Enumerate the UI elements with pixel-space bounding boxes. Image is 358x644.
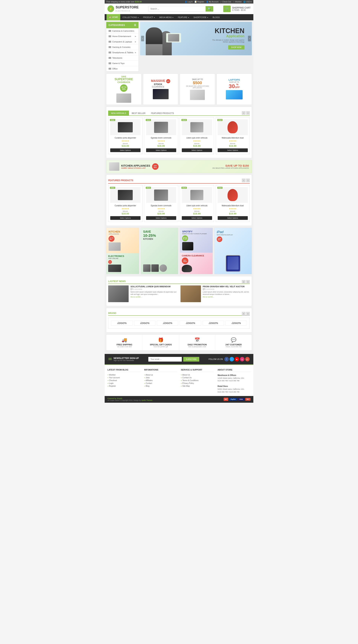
- ad-save-kitchen[interactable]: SAVE 10-25% KITCHEN: [141, 228, 178, 274]
- my-account-link[interactable]: 👤 My Account: [206, 1, 218, 3]
- brand-logo-3[interactable]: ℒOGO%: [157, 320, 178, 326]
- hero-prev-button[interactable]: ‹: [141, 36, 144, 41]
- sidebar-item-home-entertainment[interactable]: Home Entertainment ▶: [106, 34, 139, 39]
- sidebar-item-televisions[interactable]: Televisions: [106, 55, 139, 61]
- footer-contact[interactable]: Contact: [144, 382, 177, 384]
- cart-icon[interactable]: 🛒: [223, 6, 231, 12]
- promo-laptops[interactable]: LAPTOPS SAVE UP TO 30 %OFF: [216, 74, 252, 105]
- googleplus-icon[interactable]: g+: [245, 357, 250, 362]
- nav-product[interactable]: PRODUCT: [141, 14, 157, 20]
- hero-next-button[interactable]: ›: [248, 36, 251, 41]
- powered-by-link[interactable]: Powered by Shopify: [107, 398, 122, 399]
- footer-link-checkout[interactable]: Checkout: [107, 380, 141, 382]
- sidebar-item-smartphones[interactable]: Smartphones & Tablets ▶: [106, 50, 139, 55]
- featured-prev[interactable]: ‹: [242, 178, 246, 182]
- read-more-1[interactable]: READ MORE...: [131, 296, 142, 298]
- checkout-link[interactable]: ✓ Check Out: [220, 1, 231, 3]
- products-next[interactable]: ›: [246, 111, 250, 115]
- sidebar-item-office[interactable]: Office: [106, 66, 139, 72]
- sidebar-item-computers[interactable]: Computers & Laptops ▶: [106, 39, 139, 44]
- facebook-icon[interactable]: f: [224, 357, 229, 362]
- brand-logo-1[interactable]: ℒOGO%: [111, 320, 133, 326]
- apollo-link[interactable]: Apollo Themes: [141, 399, 153, 401]
- nav-blogs[interactable]: BLOGS: [210, 14, 222, 20]
- brand-logo-6[interactable]: ℒOGO%: [225, 320, 247, 326]
- tab-best-seller[interactable]: BEST SELLER: [129, 110, 148, 116]
- tab-featured-products[interactable]: FEATURED PRODUCTS: [148, 110, 177, 116]
- products-prev[interactable]: ‹: [242, 111, 246, 115]
- news-next[interactable]: ›: [246, 280, 250, 284]
- search-button[interactable]: 🔍: [205, 6, 213, 12]
- select-btn-f3[interactable]: Select Options: [182, 216, 212, 220]
- footer-privacy[interactable]: Privacy Policy: [181, 382, 214, 384]
- youtube-icon[interactable]: ▶: [235, 357, 239, 362]
- footer-affiliates[interactable]: Affiliates: [144, 380, 177, 382]
- brand-next[interactable]: ›: [246, 312, 250, 316]
- brand-logo-5[interactable]: ℒOGO%: [203, 320, 224, 326]
- footer-terms[interactable]: Terms & Conditions: [181, 380, 214, 382]
- promo-cashback[interactable]: SAVE SUPERTORE CASHBACK UP TO50%: [106, 74, 142, 105]
- select-btn-f4[interactable]: Select Options: [218, 216, 248, 220]
- footer-link-register[interactable]: Register: [107, 385, 141, 387]
- promo-save500[interactable]: SAVE UP TO $500 ON SELECTED LARGE KITCHE…: [180, 74, 215, 105]
- select-btn-f1[interactable]: Select Options: [110, 216, 141, 220]
- footer-about-us[interactable]: About us: [144, 374, 177, 376]
- footer-link-wishlist[interactable]: Wishlist: [107, 374, 141, 376]
- nav-home[interactable]: 🏠 HOME: [107, 14, 120, 20]
- promo-stock[interactable]: MASSIVE STOCK CLEARANCE HOT: [143, 74, 178, 105]
- footer-link-account[interactable]: Your account: [107, 377, 141, 379]
- footer-bottom: Powered by Shopify AP Super Store © Copy…: [105, 396, 253, 403]
- sidebar-item-games[interactable]: Game & Toys: [106, 61, 139, 66]
- select-options-3[interactable]: Select Options: [182, 148, 212, 152]
- ad-spotify[interactable]: SPOTIFY WHEN YOU BUY SONOS PLAYBAR UP TO…: [180, 228, 213, 253]
- tab-new-arrivals[interactable]: NEW ARRIVALS: [108, 110, 129, 116]
- nav-shortcode[interactable]: SHORTCODE: [191, 14, 210, 20]
- nav-collections[interactable]: COLLECTIONS: [120, 14, 141, 20]
- stars-f3: ★★★★★: [182, 208, 212, 210]
- register-link[interactable]: 📝 Register: [195, 1, 204, 3]
- product-title-3: Libero quis enim vehicula: [182, 137, 212, 139]
- kitchen-item-3: [160, 264, 167, 272]
- shop-now-button[interactable]: SHOP NOW: [228, 45, 244, 50]
- footer-service-about[interactable]: About Us: [181, 374, 214, 376]
- search-input[interactable]: [149, 6, 205, 12]
- news-content-2: PROIN GRAVIDA NIBH VEL VELIT AUCTOR 💬 0 …: [203, 286, 250, 302]
- featured-products-section: FEATURED PRODUCTS ‹ › SALE Curabitur por…: [106, 175, 252, 226]
- ad-camera[interactable]: CAMERA CLEARANCE HOT$9.99: [180, 253, 213, 274]
- email-input[interactable]: [148, 357, 182, 362]
- ad-ipad[interactable]: iPad WITH RENTIA DISPLAY SAVE50%: [214, 228, 252, 274]
- select-options-4[interactable]: Select Options: [218, 148, 248, 152]
- brand-prev[interactable]: ‹: [242, 312, 246, 316]
- footer-link-login[interactable]: Login: [107, 382, 141, 384]
- footer-sitemap[interactable]: Site Map: [181, 385, 214, 387]
- wishlist-link[interactable]: ♡ Wishlist: [233, 1, 241, 3]
- camera-image: [182, 265, 192, 272]
- smartphone-icon: [109, 52, 111, 54]
- footer-blog[interactable]: Blog: [144, 385, 177, 387]
- select-options-2[interactable]: Select Options: [146, 148, 177, 152]
- nav-mega-menu[interactable]: MEGA MENU: [157, 14, 176, 20]
- brand-logo-2[interactable]: ℒOGO%: [134, 320, 155, 326]
- news-item-2: PROIN GRAVIDA NIBH VEL VELIT AUCTOR 💬 0 …: [180, 286, 250, 302]
- footer-jobs[interactable]: Jobs: [144, 377, 177, 379]
- twitter-icon[interactable]: t: [230, 357, 234, 362]
- nav-feature[interactable]: FEATURE: [176, 14, 191, 20]
- select-btn-f2[interactable]: Select Options: [146, 216, 177, 220]
- news-prev[interactable]: ‹: [242, 280, 246, 284]
- brand-logo-4[interactable]: ℒOGO%: [180, 320, 201, 326]
- read-more-2[interactable]: READ MORE...: [203, 296, 214, 298]
- currency-selector[interactable]: 🌐 USD ▾: [243, 1, 251, 3]
- select-options-1[interactable]: Select Options: [110, 148, 141, 152]
- featured-next[interactable]: ›: [246, 178, 250, 182]
- instagram-icon[interactable]: ig: [240, 357, 244, 362]
- footer-contact-us[interactable]: Contact Us: [181, 377, 214, 379]
- ad-kitchen[interactable]: KITCHEN APPLIANCES UP TO50% ELECTRONICS …: [106, 228, 139, 274]
- sidebar-item-gaming[interactable]: Gaming & Consoles: [106, 44, 139, 50]
- logo[interactable]: ⚡ SUPERSTORE ELECTRONICS: [107, 6, 139, 12]
- subscribe-button[interactable]: SUBSCRIBE: [183, 357, 199, 362]
- spotify-ad-badge: UP TO50 OFF: [182, 235, 188, 241]
- sidebar-item-cameras[interactable]: Cameras & Camcorders: [106, 28, 139, 34]
- login-link[interactable]: 👤 Log In: [185, 1, 193, 3]
- products-nav: ‹ ›: [242, 111, 250, 115]
- spotify-image: [182, 242, 193, 250]
